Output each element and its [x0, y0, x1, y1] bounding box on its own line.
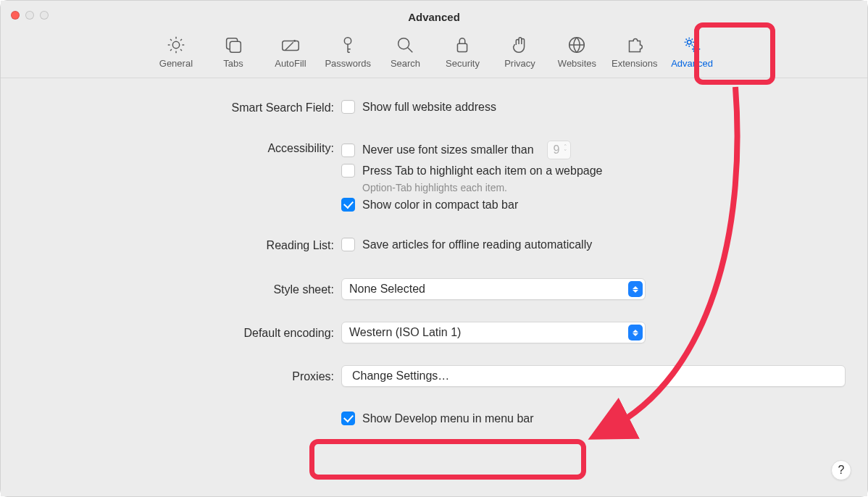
close-button[interactable]	[11, 11, 20, 20]
hand-icon	[508, 33, 531, 57]
key-icon	[336, 33, 359, 57]
proxies-label: Proxies:	[22, 369, 341, 383]
gears-icon	[680, 33, 704, 57]
autofill-icon	[279, 33, 302, 57]
default-encoding-value: Western (ISO Latin 1)	[349, 326, 461, 339]
tab-label: General	[159, 58, 193, 69]
smart-search-label: Smart Search Field:	[22, 100, 341, 114]
tab-label: Search	[391, 58, 420, 69]
svg-point-4	[293, 40, 296, 42]
tab-privacy[interactable]: Privacy	[493, 30, 547, 72]
style-sheet-select[interactable]: None Selected	[341, 278, 646, 300]
lock-icon	[451, 33, 474, 57]
tab-autofill[interactable]: AutoFill	[263, 30, 317, 72]
tab-general[interactable]: General	[149, 30, 203, 72]
default-encoding-label: Default encoding:	[22, 325, 341, 340]
tab-label: Privacy	[504, 58, 535, 69]
tab-tabs[interactable]: Tabs	[206, 30, 260, 72]
tab-label: Extensions	[612, 58, 658, 69]
color-compact-tab-label: Show color in compact tab bar	[362, 199, 518, 212]
tab-advanced[interactable]: Advanced	[665, 30, 719, 72]
tab-label: Websites	[558, 58, 596, 69]
min-font-size-label: Never use font sizes smaller than	[362, 143, 534, 156]
tab-label: AutoFill	[275, 58, 306, 69]
show-develop-menu-label: Show Develop menu in menu bar	[362, 412, 534, 425]
tab-extensions[interactable]: Extensions	[607, 30, 662, 72]
show-develop-menu-checkbox[interactable]	[341, 412, 355, 425]
gear-icon	[164, 33, 188, 57]
change-settings-button[interactable]: Change Settings…	[341, 365, 846, 387]
minimize-button[interactable]	[25, 11, 34, 20]
style-sheet-label: Style sheet:	[22, 282, 341, 296]
window-controls	[11, 11, 49, 20]
chevron-updown-icon	[628, 325, 643, 341]
default-encoding-select[interactable]: Western (ISO Latin 1)	[341, 322, 646, 343]
svg-point-6	[398, 38, 409, 49]
tabs-icon	[222, 33, 245, 57]
tab-label: Tabs	[223, 58, 243, 69]
preferences-toolbar: General Tabs AutoFill	[1, 27, 867, 78]
tab-highlight-checkbox[interactable]	[341, 164, 355, 178]
svg-point-0	[172, 41, 179, 48]
globe-icon	[565, 33, 588, 57]
chevron-updown-icon	[628, 281, 643, 297]
tab-security[interactable]: Security	[435, 30, 490, 72]
tab-highlight-hint: Option-Tab highlights each item.	[362, 182, 846, 193]
svg-rect-2	[230, 41, 241, 52]
show-full-address-checkbox[interactable]	[341, 100, 355, 114]
min-font-size-stepper[interactable]: 9 ˄˅	[547, 141, 572, 159]
offline-reading-label: Save articles for offline reading automa…	[362, 238, 592, 251]
svg-point-10	[694, 47, 698, 51]
tab-passwords[interactable]: Passwords	[320, 30, 375, 72]
offline-reading-checkbox[interactable]	[341, 238, 355, 251]
advanced-pane: Smart Search Field: Show full website ad…	[1, 78, 867, 496]
search-icon	[393, 33, 417, 57]
tab-search[interactable]: Search	[378, 30, 433, 72]
show-full-address-label: Show full website address	[362, 101, 496, 114]
svg-point-5	[345, 38, 351, 44]
tab-label: Advanced	[671, 58, 713, 69]
svg-rect-7	[458, 43, 467, 51]
min-font-size-value: 9	[554, 143, 560, 156]
window-title: Advanced	[1, 5, 867, 23]
style-sheet-value: None Selected	[349, 283, 425, 296]
zoom-button[interactable]	[40, 11, 49, 20]
accessibility-label: Accessibility:	[22, 141, 341, 155]
tab-label: Security	[446, 58, 480, 69]
tab-label: Passwords	[325, 58, 371, 69]
tab-websites[interactable]: Websites	[550, 30, 604, 72]
help-icon: ?	[838, 464, 845, 477]
reading-list-label: Reading List:	[22, 238, 341, 252]
titlebar: Advanced General Tabs	[1, 1, 867, 78]
preferences-window: Advanced General Tabs	[0, 0, 868, 497]
help-button[interactable]: ?	[831, 460, 851, 480]
min-font-size-checkbox[interactable]	[341, 143, 355, 157]
svg-point-9	[688, 40, 692, 44]
tab-highlight-label: Press Tab to highlight each item on a we…	[362, 164, 602, 178]
color-compact-tab-checkbox[interactable]	[341, 198, 355, 212]
puzzle-icon	[623, 33, 646, 57]
change-settings-label: Change Settings…	[352, 369, 449, 383]
